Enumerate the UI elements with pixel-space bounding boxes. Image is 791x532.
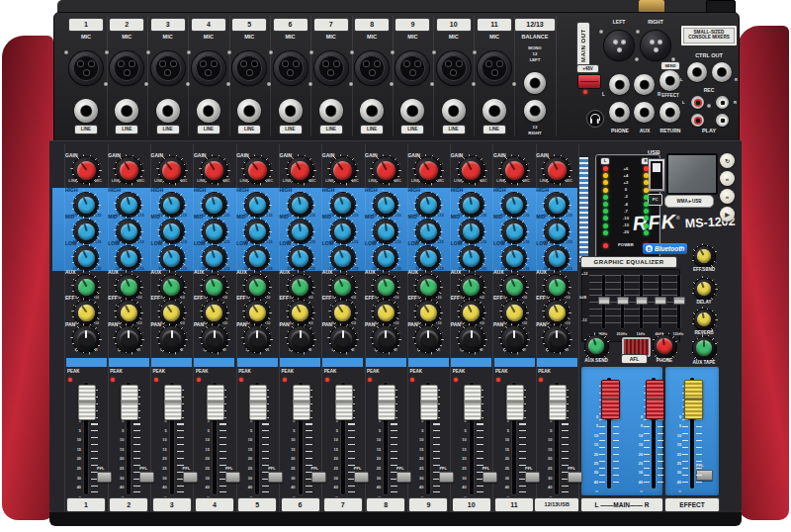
ch5-gain-knob-pointer [251,162,258,170]
ch2-high-knob-pointer [126,197,130,205]
ch6-pfl-button[interactable] [311,472,326,483]
ch2-pfl-button[interactable] [139,472,154,483]
ch5-fader-cap[interactable] [249,385,267,420]
ch10-pan-knob-pointer [471,330,473,339]
ch7-fader-cap[interactable] [335,385,353,420]
next-button[interactable]: » [720,189,735,204]
effect-fader-cap[interactable] [684,380,703,419]
ch10-number-label: 10 [437,19,471,31]
ch4-pfl-button[interactable] [225,472,240,483]
ch6-gain-knob-pointer [295,161,301,170]
ch12-13-pan-knob-cap [548,330,567,349]
channel-label-8: 8 [367,498,404,511]
ch9-peak-label: PEAK [409,369,422,374]
ch4-fader-cap[interactable] [207,385,224,420]
ch5-pfl-button[interactable] [268,472,283,483]
ch1-high-knob-cap [75,194,97,216]
ch6-pan-knob-cap [291,330,309,349]
ch10-eff-knob-pointer [467,305,472,312]
ch11-pan-min-label: L [491,348,505,352]
eq-band-4kHz-cap[interactable] [655,297,666,305]
ch1-mid-knob-cap [75,221,96,241]
ch1-fader-scale: 0 5 10 15 20 25 30 40 ∞ [69,416,81,501]
ch10-pfl-button[interactable] [483,472,497,483]
ch9-fader-cap[interactable] [420,385,438,420]
aux-jack [634,102,655,123]
ch12-13-pfl-button[interactable] [568,472,582,483]
ch1-aux-knob-pointer [81,279,87,287]
ch3-fader-cap[interactable] [164,385,182,420]
ch12-13-fader-cap[interactable] [549,385,567,420]
eff-send-knob[interactable] [694,246,715,267]
aux-tape-knob[interactable] [693,337,716,360]
eq-band-60Hz-cap[interactable] [598,297,610,305]
ch7-mid-knob-cap [332,222,353,242]
ch12-13-mono-left-label: MONO 12 LEFT [520,45,550,63]
loop-button[interactable]: ↻ [720,153,735,168]
delay-knob-cap [695,280,713,298]
ch7-mic-label: MIC [316,34,346,40]
ch10-gain-min-label: LINE [449,179,463,183]
ch2-fader-cap[interactable] [121,385,138,420]
rec-label: REC [692,87,726,93]
ch7-line-input-jack [319,99,343,123]
ch5-strip-bar [237,358,278,367]
aux-tape-knob-cap [696,340,712,356]
ch11-fader-cap[interactable] [506,385,524,420]
effect-return-jack [659,102,680,123]
ch1-fader-cap[interactable] [78,385,96,420]
ch2-pan-min-label: L [106,348,120,352]
ch3-pfl-button[interactable] [183,472,198,483]
eq-band-250Hz-cap[interactable] [617,297,629,305]
aux-send-knob[interactable] [585,335,608,358]
ch7-line-label: LINE [320,126,342,133]
ch8-high-knob-pointer [383,197,387,205]
surface-strip-separator [450,144,451,512]
jack-strip-separator [147,16,148,136]
ch8-fader-scale: 0 5 10 15 20 25 30 40 ∞ [369,416,381,501]
ch7-pfl-button[interactable] [354,472,369,483]
main-l-fader-scale: 0 5 10 15 20 25 30 40 ∞ [587,413,598,497]
reverb-knob[interactable] [694,310,715,330]
phone-knob[interactable] [654,335,676,358]
ctrl-out-jack-r [712,62,732,82]
side-panel-left [2,36,53,520]
ch4-aux-knob-pointer [211,279,216,287]
ch1-peak-label: PEAK [67,369,80,374]
ctrl-out-label: CTRL OUT [687,52,731,58]
eq-band-12kHz-cap[interactable] [673,297,685,305]
ch4-low-knob-cap [204,247,224,268]
prev-button[interactable]: « [720,171,735,186]
usb-port[interactable] [648,158,665,192]
ch10-fader-cap[interactable] [464,385,482,420]
ch10-mic-label: MIC [439,34,469,40]
ch8-pan-knob-cap [377,330,396,349]
aux-send-knob-pointer [592,338,596,346]
main-l-fader-cap[interactable] [601,380,620,419]
ch9-low-knob-pointer [424,250,429,258]
ch10-mic-xlr-input [437,51,471,85]
effect-fader-scale: 0 5 10 15 20 25 30 40 ∞ [670,413,681,497]
delay-knob[interactable] [694,279,715,300]
ch12-13-low-knob-cap [547,248,568,269]
afl-button[interactable] [622,337,651,357]
ch8-fader-cap[interactable] [378,385,396,420]
main-r-fader-cap[interactable] [646,380,664,419]
ch2-high-knob-cap [119,194,139,215]
ch8-strip-bar [366,358,406,367]
ch7-mic-xlr-input [314,51,348,85]
ch12-13-gain-min-label: LINE [534,179,548,183]
ch8-pfl-button[interactable] [396,472,411,483]
ch11-line-label: LINE [483,126,505,133]
play-pause-button[interactable]: ▶ [720,207,735,222]
meter-led-l-0 [603,188,608,193]
jack-strip-separator [474,16,475,136]
ch4-number-label: 4 [192,19,225,31]
ch11-pfl-button[interactable] [525,472,540,483]
ch1-pfl-button[interactable] [97,472,112,483]
main-out-right-label: RIGHT [644,19,667,25]
eq-band-1kHz-cap[interactable] [636,297,648,305]
phantom-power-switch[interactable] [577,74,601,89]
ch6-fader-cap[interactable] [293,385,310,420]
ch9-pfl-button[interactable] [439,472,454,483]
